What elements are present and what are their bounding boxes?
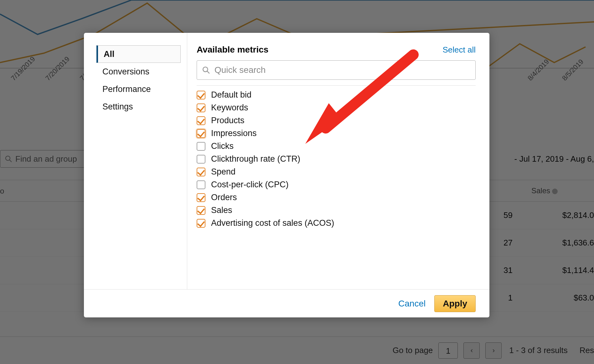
dialog-heading: Available metrics bbox=[197, 45, 268, 55]
metric-label: Products bbox=[211, 116, 245, 125]
metric-row[interactable]: Orders bbox=[197, 193, 476, 202]
metric-row[interactable]: Impressions bbox=[197, 129, 476, 138]
metric-row[interactable]: Clickthrough rate (CTR) bbox=[197, 154, 476, 164]
metric-checkbox[interactable] bbox=[197, 206, 205, 215]
tab-all[interactable]: All bbox=[96, 45, 181, 63]
tab-settings[interactable]: Settings bbox=[96, 98, 181, 115]
metric-checkbox[interactable] bbox=[197, 104, 205, 112]
metric-checkbox[interactable] bbox=[197, 219, 205, 228]
divider bbox=[197, 85, 476, 86]
metric-label: Orders bbox=[211, 193, 237, 202]
metric-label: Clicks bbox=[211, 141, 234, 151]
metric-label: Cost-per-click (CPC) bbox=[211, 180, 289, 190]
dialog-footer: Cancel Apply bbox=[84, 289, 489, 317]
metric-label: Impressions bbox=[211, 129, 257, 138]
svg-point-3 bbox=[203, 67, 208, 72]
metric-row[interactable]: Products bbox=[197, 116, 476, 125]
search-placeholder: Quick search bbox=[214, 65, 266, 75]
metrics-selector-dialog: All Conversions Performance Settings Ava… bbox=[84, 33, 489, 317]
metric-checkbox[interactable] bbox=[197, 180, 205, 189]
apply-button[interactable]: Apply bbox=[434, 295, 476, 312]
search-icon bbox=[202, 66, 210, 74]
metric-label: Clickthrough rate (CTR) bbox=[211, 154, 300, 164]
cancel-button[interactable]: Cancel bbox=[398, 299, 426, 309]
metric-label: Keywords bbox=[211, 103, 248, 113]
metric-row[interactable]: Default bid bbox=[197, 90, 476, 100]
category-sidebar: All Conversions Performance Settings bbox=[84, 33, 187, 289]
metric-list: Default bidKeywordsProductsImpressionsCl… bbox=[197, 90, 476, 228]
tab-conversions[interactable]: Conversions bbox=[96, 63, 181, 80]
metric-label: Advertising cost of sales (ACOS) bbox=[211, 218, 334, 228]
metric-checkbox[interactable] bbox=[197, 155, 205, 164]
metric-row[interactable]: Advertising cost of sales (ACOS) bbox=[197, 218, 476, 228]
metric-row[interactable]: Clicks bbox=[197, 141, 476, 151]
metric-checkbox[interactable] bbox=[197, 116, 205, 125]
metric-checkbox[interactable] bbox=[197, 193, 205, 202]
metric-checkbox[interactable] bbox=[197, 168, 205, 176]
metric-checkbox[interactable] bbox=[197, 142, 205, 151]
svg-line-4 bbox=[207, 71, 209, 73]
metric-row[interactable]: Sales bbox=[197, 205, 476, 215]
metric-row[interactable]: Spend bbox=[197, 167, 476, 177]
metric-label: Default bid bbox=[211, 90, 251, 100]
metric-checkbox[interactable] bbox=[197, 91, 205, 99]
metric-row[interactable]: Cost-per-click (CPC) bbox=[197, 180, 476, 190]
tab-performance[interactable]: Performance bbox=[96, 80, 181, 98]
select-all-link[interactable]: Select all bbox=[443, 45, 476, 55]
metric-row[interactable]: Keywords bbox=[197, 103, 476, 113]
metric-label: Spend bbox=[211, 167, 235, 177]
metric-checkbox[interactable] bbox=[197, 129, 205, 138]
metric-search-input[interactable]: Quick search bbox=[197, 60, 476, 80]
metric-label: Sales bbox=[211, 205, 232, 215]
